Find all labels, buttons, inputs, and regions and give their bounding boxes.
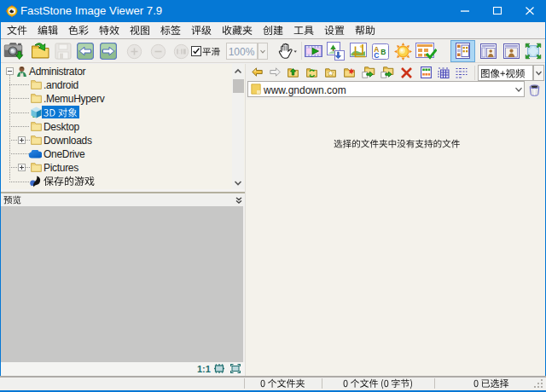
svg-text:C: C	[374, 51, 379, 60]
svg-text:B: B	[380, 48, 386, 56]
